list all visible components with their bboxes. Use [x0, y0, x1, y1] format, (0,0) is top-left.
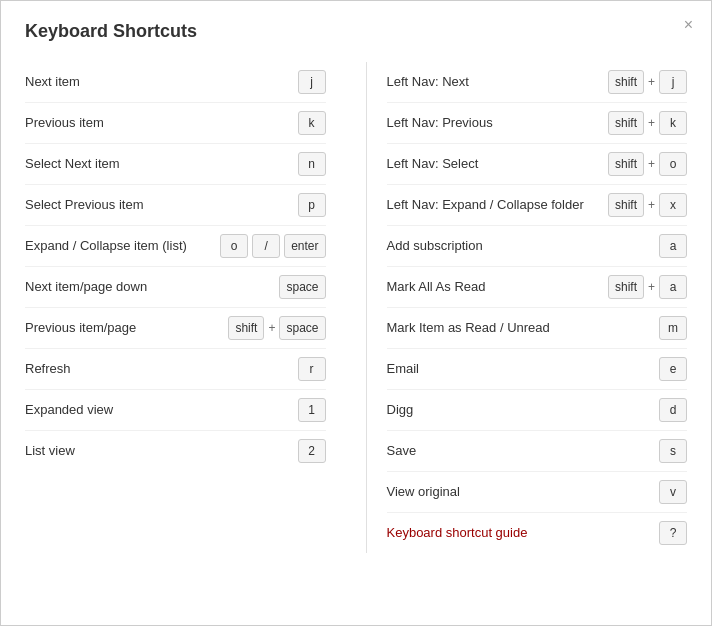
shortcut-label: Refresh	[25, 360, 298, 378]
shortcuts-columns: Next itemjPrevious itemkSelect Next item…	[25, 62, 687, 553]
key-badge: shift	[608, 70, 644, 94]
shortcut-row: Mark Item as Read / Unreadm	[387, 308, 688, 349]
shortcut-keys: shift+k	[608, 111, 687, 135]
key-badge: r	[298, 357, 326, 381]
shortcut-keys: 2	[298, 439, 326, 463]
shortcut-label: Left Nav: Previous	[387, 114, 608, 132]
shortcut-keys: p	[298, 193, 326, 217]
shortcut-keys: ?	[659, 521, 687, 545]
shortcut-keys: shift+j	[608, 70, 687, 94]
key-badge: k	[298, 111, 326, 135]
key-badge: o	[659, 152, 687, 176]
shortcut-label: Left Nav: Next	[387, 73, 608, 91]
key-badge: shift	[608, 193, 644, 217]
key-badge: v	[659, 480, 687, 504]
shortcut-label: Expanded view	[25, 401, 298, 419]
shortcut-keys: k	[298, 111, 326, 135]
key-badge: 2	[298, 439, 326, 463]
key-badge: ?	[659, 521, 687, 545]
shortcut-keys: shift+x	[608, 193, 687, 217]
shortcut-row: Expanded view1	[25, 390, 326, 431]
shortcut-label: View original	[387, 483, 660, 501]
key-badge: shift	[608, 111, 644, 135]
shortcut-row: Left Nav: Selectshift+o	[387, 144, 688, 185]
key-badge: shift	[608, 152, 644, 176]
shortcut-row: Previous item/pageshift+space	[25, 308, 326, 349]
shortcut-row: Previous itemk	[25, 103, 326, 144]
shortcut-row: Next itemj	[25, 62, 326, 103]
key-badge: 1	[298, 398, 326, 422]
shortcut-row: Refreshr	[25, 349, 326, 390]
key-badge: j	[298, 70, 326, 94]
shortcut-row: List view2	[25, 431, 326, 471]
shortcut-keys: a	[659, 234, 687, 258]
keyboard-shortcuts-dialog: Keyboard Shortcuts × Next itemjPrevious …	[0, 0, 712, 626]
key-badge: a	[659, 234, 687, 258]
shortcut-row: Saves	[387, 431, 688, 472]
key-badge: x	[659, 193, 687, 217]
key-badge: n	[298, 152, 326, 176]
key-badge: space	[279, 275, 325, 299]
key-badge: /	[252, 234, 280, 258]
shortcut-keys: m	[659, 316, 687, 340]
shortcut-label: Next item/page down	[25, 278, 279, 296]
close-button[interactable]: ×	[684, 17, 693, 33]
plus-sign: +	[648, 198, 655, 212]
shortcut-label: Save	[387, 442, 660, 460]
shortcut-row: Keyboard shortcut guide?	[387, 513, 688, 553]
shortcut-label: Expand / Collapse item (list)	[25, 237, 220, 255]
shortcut-keys: r	[298, 357, 326, 381]
right-shortcuts-column: Left Nav: Nextshift+jLeft Nav: Previouss…	[387, 62, 688, 553]
shortcut-label: Previous item/page	[25, 319, 228, 337]
shortcut-label: Digg	[387, 401, 660, 419]
shortcut-label: Previous item	[25, 114, 298, 132]
shortcut-keys: e	[659, 357, 687, 381]
shortcut-label: Mark All As Read	[387, 278, 608, 296]
plus-sign: +	[648, 75, 655, 89]
key-badge: o	[220, 234, 248, 258]
key-badge: enter	[284, 234, 325, 258]
shortcut-row: Diggd	[387, 390, 688, 431]
shortcut-keys: s	[659, 439, 687, 463]
shortcut-label[interactable]: Keyboard shortcut guide	[387, 524, 660, 542]
shortcut-label: Select Next item	[25, 155, 298, 173]
key-badge: k	[659, 111, 687, 135]
shortcut-keys: shift+a	[608, 275, 687, 299]
key-badge: e	[659, 357, 687, 381]
shortcut-label: Left Nav: Expand / Collapse folder	[387, 196, 608, 214]
shortcut-label: Left Nav: Select	[387, 155, 608, 173]
shortcut-row: Next item/page downspace	[25, 267, 326, 308]
dialog-title: Keyboard Shortcuts	[25, 21, 687, 42]
shortcut-row: Select Next itemn	[25, 144, 326, 185]
column-divider	[366, 62, 367, 553]
shortcut-keys: n	[298, 152, 326, 176]
shortcut-label: Next item	[25, 73, 298, 91]
plus-sign: +	[268, 321, 275, 335]
shortcut-row: Add subscriptiona	[387, 226, 688, 267]
shortcut-keys: j	[298, 70, 326, 94]
key-badge: shift	[228, 316, 264, 340]
shortcut-keys: o/enter	[220, 234, 325, 258]
shortcut-keys: 1	[298, 398, 326, 422]
shortcut-row: View originalv	[387, 472, 688, 513]
key-badge: j	[659, 70, 687, 94]
left-shortcuts-column: Next itemjPrevious itemkSelect Next item…	[25, 62, 346, 553]
shortcut-label: Mark Item as Read / Unread	[387, 319, 660, 337]
plus-sign: +	[648, 280, 655, 294]
shortcut-label: Email	[387, 360, 660, 378]
key-badge: p	[298, 193, 326, 217]
shortcut-row: Emaile	[387, 349, 688, 390]
shortcut-keys: shift+space	[228, 316, 325, 340]
shortcut-row: Expand / Collapse item (list)o/enter	[25, 226, 326, 267]
key-badge: space	[279, 316, 325, 340]
shortcut-row: Mark All As Readshift+a	[387, 267, 688, 308]
key-badge: s	[659, 439, 687, 463]
shortcut-keys: space	[279, 275, 325, 299]
key-badge: shift	[608, 275, 644, 299]
shortcut-keys: v	[659, 480, 687, 504]
key-badge: m	[659, 316, 687, 340]
shortcut-label: List view	[25, 442, 298, 460]
shortcut-keys: d	[659, 398, 687, 422]
shortcut-keys: shift+o	[608, 152, 687, 176]
plus-sign: +	[648, 116, 655, 130]
